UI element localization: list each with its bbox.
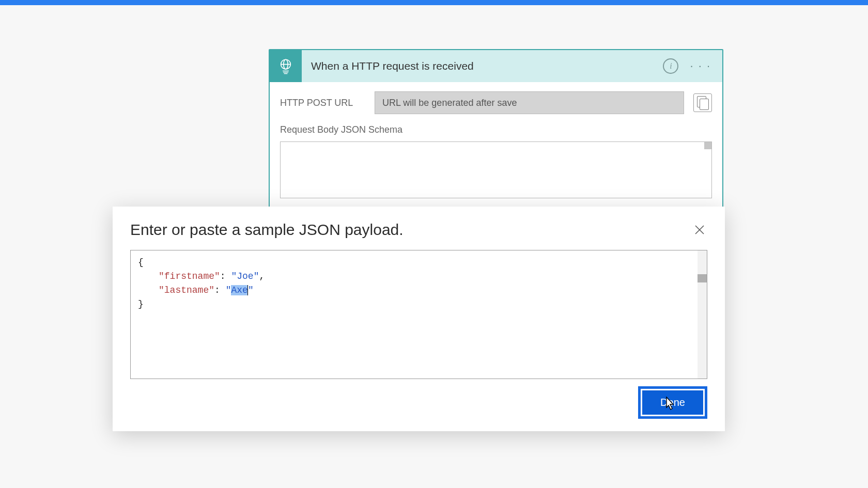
close-icon[interactable] [692,222,707,238]
json-key-firstname: firstname [164,271,214,281]
http-post-url-label: HTTP POST URL [280,98,365,108]
scrollbar-thumb[interactable] [704,142,711,149]
info-icon[interactable]: i [663,58,678,74]
http-trigger-card[interactable]: When a HTTP request is received i · · · … [269,49,723,214]
json-val-firstname: Joe [237,271,253,281]
schema-label: Request Body JSON Schema [280,124,712,135]
trigger-title: When a HTTP request is received [302,60,663,72]
http-globe-icon [270,50,302,82]
json-val-lastname: Axe [231,285,247,295]
copy-url-icon[interactable] [693,93,712,112]
http-post-url-placeholder: URL will be generated after save [382,98,517,108]
app-top-accent-bar [0,0,868,5]
done-button[interactable]: Done [642,390,703,415]
more-options-icon[interactable]: · · · [688,57,713,75]
trigger-body: HTTP POST URL URL will be generated afte… [270,82,722,213]
schema-textarea[interactable] [280,141,712,198]
done-button-highlight: Done [638,386,707,419]
editor-scrollbar-track[interactable] [698,250,707,379]
http-post-url-input[interactable]: URL will be generated after save [375,91,684,114]
trigger-header[interactable]: When a HTTP request is received i · · · [270,50,722,82]
designer-canvas: When a HTTP request is received i · · · … [0,5,868,488]
dialog-title: Enter or paste a sample JSON payload. [130,221,404,239]
editor-scrollbar-thumb[interactable] [698,274,707,282]
sample-payload-dialog: Enter or paste a sample JSON payload. { … [113,207,725,431]
json-key-lastname: lastname [164,285,209,295]
json-payload-editor[interactable]: { "firstname": "Joe", "lastname": "Axe" … [130,250,707,379]
